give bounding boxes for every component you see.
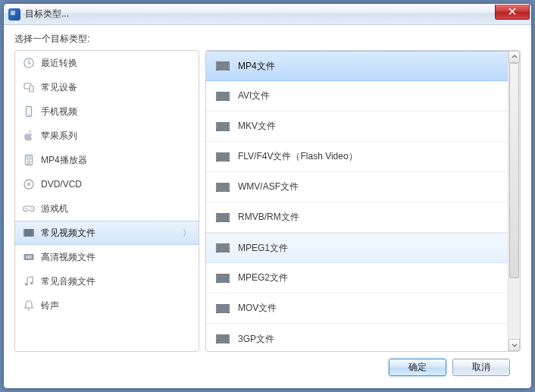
svg-rect-38 — [228, 64, 230, 64]
category-item-video[interactable]: 常见视频文件〉 — [15, 221, 199, 245]
category-item-ringtone[interactable]: 铃声〉 — [15, 293, 199, 318]
svg-rect-6 — [27, 156, 31, 160]
svg-rect-79 — [228, 158, 230, 158]
clock-icon — [23, 57, 35, 69]
cancel-button[interactable]: 取消 — [452, 359, 510, 376]
category-item-dvdvcd[interactable]: DVD/VCD〉 — [15, 172, 199, 196]
svg-rect-54 — [228, 99, 230, 99]
chevron-right-icon: 〉 — [183, 227, 191, 239]
scroll-up-button[interactable] — [508, 51, 520, 63]
format-label: FLV/F4V文件（Flash Video） — [238, 150, 358, 163]
svg-rect-23 — [33, 234, 33, 235]
disc-icon — [23, 178, 35, 190]
svg-point-7 — [27, 161, 30, 164]
svg-rect-58 — [216, 122, 217, 123]
film-icon — [215, 181, 230, 193]
svg-rect-37 — [228, 62, 230, 63]
format-item[interactable]: MKV文件 — [206, 111, 508, 142]
film-icon — [215, 60, 230, 72]
category-label: DVD/VCD — [41, 179, 82, 190]
svg-rect-143 — [228, 308, 230, 309]
scroll-track[interactable] — [508, 63, 520, 339]
film-icon — [215, 151, 230, 163]
svg-rect-67 — [228, 129, 230, 130]
svg-rect-133 — [216, 304, 230, 313]
category-item-apple[interactable]: 苹果系列〉 — [15, 124, 199, 148]
svg-rect-154 — [228, 335, 230, 336]
format-item[interactable]: RMVB/RM文件 — [206, 202, 508, 233]
svg-rect-15 — [24, 230, 25, 230]
format-item[interactable]: 3GP文件 — [206, 324, 508, 351]
svg-rect-114 — [216, 250, 217, 251]
bell-icon — [23, 299, 35, 312]
svg-rect-39 — [228, 65, 230, 66]
svg-rect-62 — [216, 129, 217, 130]
svg-rect-18 — [24, 234, 25, 235]
chevron-down-icon — [512, 342, 518, 348]
svg-rect-124 — [216, 275, 217, 276]
mp4player-icon — [23, 154, 35, 166]
category-item-recent[interactable]: 最近转换〉 — [15, 51, 199, 75]
svg-rect-33 — [216, 64, 217, 64]
svg-rect-111 — [216, 246, 217, 246]
svg-point-10 — [30, 208, 31, 209]
close-button[interactable] — [495, 5, 530, 20]
apple-icon — [23, 130, 35, 142]
svg-rect-40 — [228, 67, 230, 67]
format-item[interactable]: AVI文件 — [206, 81, 508, 111]
svg-rect-115 — [228, 244, 230, 245]
category-item-hd[interactable]: HD高清视频文件〉 — [15, 245, 199, 269]
svg-rect-130 — [228, 278, 230, 278]
svg-rect-64 — [228, 124, 230, 124]
prompt-label: 选择一个目标类型: — [14, 33, 521, 45]
scroll-thumb[interactable] — [509, 63, 519, 278]
format-item[interactable]: MOV文件 — [206, 293, 508, 324]
svg-rect-73 — [216, 156, 217, 157]
svg-rect-110 — [216, 244, 217, 245]
svg-rect-80 — [228, 159, 230, 160]
ok-button[interactable]: 确定 — [389, 359, 446, 376]
svg-rect-129 — [228, 275, 230, 276]
panes: 最近转换〉常见设备〉手机视频〉苹果系列〉MP4播放器〉DVD/VCD〉游戏机〉常… — [14, 50, 521, 352]
svg-rect-55 — [216, 122, 230, 131]
format-item[interactable]: FLV/F4V文件（Flash Video） — [206, 142, 508, 172]
category-item-console[interactable]: 游戏机〉 — [15, 196, 199, 221]
scrollbar[interactable] — [508, 51, 520, 351]
gamepad-icon — [23, 202, 35, 215]
svg-rect-46 — [216, 93, 217, 94]
category-item-audio[interactable]: 常见音频文件〉 — [15, 269, 199, 293]
chevron-up-icon — [512, 54, 518, 60]
svg-rect-53 — [228, 97, 230, 98]
svg-rect-104 — [228, 217, 230, 218]
svg-rect-127 — [216, 281, 217, 281]
svg-rect-106 — [228, 220, 230, 221]
svg-rect-66 — [228, 127, 230, 128]
svg-rect-125 — [216, 278, 217, 278]
svg-rect-16 — [24, 231, 25, 232]
svg-point-4 — [28, 114, 30, 116]
scroll-down-button[interactable] — [508, 339, 520, 351]
svg-rect-68 — [216, 152, 230, 162]
format-item[interactable]: WMV/ASF文件 — [206, 172, 508, 202]
svg-rect-120 — [216, 274, 230, 283]
svg-rect-76 — [228, 152, 230, 153]
svg-rect-93 — [228, 190, 230, 190]
svg-rect-152 — [216, 340, 217, 340]
category-item-mp4played[interactable]: MP4播放器〉 — [15, 148, 199, 172]
format-item[interactable]: MPEG1文件 — [206, 233, 508, 263]
svg-rect-142 — [228, 306, 230, 306]
category-item-devices[interactable]: 常见设备〉 — [15, 75, 199, 99]
titlebar[interactable]: 目标类型... — [4, 4, 531, 25]
svg-rect-146 — [216, 334, 230, 343]
format-item[interactable]: MP4文件 — [206, 51, 508, 81]
svg-rect-49 — [216, 99, 217, 99]
svg-rect-91 — [228, 187, 230, 187]
category-label: 手机视频 — [41, 105, 77, 118]
format-label: AVI文件 — [238, 89, 270, 102]
category-item-mobile[interactable]: 手机视频〉 — [15, 99, 199, 124]
format-label: MOV文件 — [238, 302, 277, 315]
format-label: MP4文件 — [238, 60, 275, 73]
category-label: 苹果系列 — [41, 130, 77, 143]
svg-rect-87 — [216, 188, 217, 189]
format-item[interactable]: MPEG2文件 — [206, 263, 508, 293]
